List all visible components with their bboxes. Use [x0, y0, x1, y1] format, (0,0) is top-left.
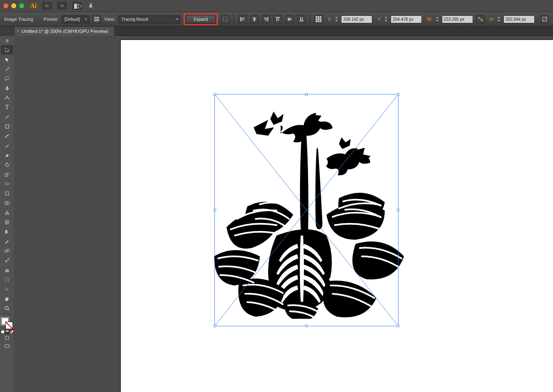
- gpu-indicator-icon[interactable]: [87, 2, 94, 9]
- svg-line-64: [215, 94, 398, 326]
- svg-rect-24: [302, 18, 303, 20]
- svg-rect-5: [94, 20, 99, 21]
- graph-tool[interactable]: [1, 265, 13, 275]
- perspective-tool[interactable]: [1, 208, 13, 217]
- stepper-icon[interactable]: [433, 15, 441, 23]
- eraser-tool[interactable]: [1, 150, 13, 160]
- minimize-window-icon[interactable]: [11, 3, 16, 8]
- svg-point-36: [7, 88, 7, 89]
- draw-mode-icon[interactable]: [1, 334, 13, 342]
- paintbrush-tool[interactable]: [1, 131, 13, 141]
- artboard-tool[interactable]: [1, 275, 13, 284]
- color-mode-gradient[interactable]: [5, 330, 9, 334]
- width-tool[interactable]: [1, 179, 13, 189]
- tab-handle-icon[interactable]: ⋮⋮: [0, 27, 14, 36]
- handle-tc[interactable]: [305, 93, 308, 96]
- gradient-tool[interactable]: [1, 227, 13, 236]
- direct-selection-tool[interactable]: [1, 55, 13, 64]
- h-input[interactable]: 282.044 px: [503, 15, 535, 23]
- svg-rect-31: [316, 20, 317, 22]
- symbol-sprayer-tool[interactable]: [1, 256, 13, 265]
- stepper-icon[interactable]: [495, 15, 503, 23]
- type-tool[interactable]: T: [1, 102, 13, 112]
- separator: [310, 14, 310, 24]
- constrain-angle-icon[interactable]: [541, 15, 549, 23]
- x-input[interactable]: 209.142 px: [341, 15, 372, 23]
- svg-rect-26: [318, 16, 319, 18]
- line-tool[interactable]: [1, 112, 13, 122]
- view-dropdown[interactable]: Tracing Result: [119, 15, 180, 23]
- y-input[interactable]: 204.478 px: [391, 15, 422, 23]
- stroke-swatch-none[interactable]: [5, 322, 13, 329]
- handle-ml[interactable]: [214, 209, 216, 211]
- rotate-tool[interactable]: [1, 160, 13, 169]
- free-transform-tool[interactable]: [1, 189, 13, 198]
- bridge-shortcut[interactable]: Br: [42, 2, 52, 10]
- svg-rect-19: [287, 19, 291, 20]
- color-mode-solid[interactable]: [1, 330, 5, 334]
- curvature-tool[interactable]: [1, 93, 13, 102]
- zoom-tool[interactable]: [1, 303, 13, 313]
- rectangle-tool[interactable]: [1, 122, 13, 131]
- control-options-bar: Image Tracing Preset: [Default] View: Tr…: [0, 12, 553, 27]
- handle-tl[interactable]: [214, 93, 216, 96]
- magic-wand-tool[interactable]: [1, 64, 13, 74]
- link-wh-icon[interactable]: [476, 15, 485, 23]
- stepper-icon[interactable]: [382, 15, 390, 23]
- maximize-window-icon[interactable]: [19, 3, 24, 8]
- svg-rect-50: [5, 230, 9, 233]
- mesh-tool[interactable]: [1, 217, 13, 227]
- handle-br[interactable]: [397, 325, 399, 327]
- stepper-icon[interactable]: [333, 15, 340, 23]
- align-bottom-icon[interactable]: [297, 15, 306, 23]
- svg-rect-40: [5, 174, 7, 176]
- svg-rect-2: [78, 7, 79, 9]
- y-coordinate-group: Y: 204.478 px: [376, 15, 422, 23]
- shape-builder-tool[interactable]: [1, 198, 13, 208]
- handle-bc[interactable]: [305, 325, 308, 327]
- color-mode-none[interactable]: [10, 330, 14, 334]
- fill-stroke-swatch[interactable]: [1, 318, 13, 329]
- slice-tool[interactable]: [1, 284, 13, 294]
- transform-panel-icon[interactable]: [314, 15, 323, 23]
- hand-tool[interactable]: [1, 294, 13, 303]
- handle-mr[interactable]: [397, 209, 399, 211]
- blend-tool[interactable]: [1, 246, 13, 256]
- scale-tool[interactable]: [1, 169, 13, 179]
- w-input[interactable]: 223.285 px: [442, 15, 473, 23]
- selection-bounding-box[interactable]: [214, 94, 399, 326]
- svg-rect-44: [8, 195, 9, 196]
- pencil-tool[interactable]: [1, 141, 13, 150]
- selection-tool[interactable]: [1, 45, 13, 55]
- handle-bl[interactable]: [214, 325, 216, 327]
- panel-grip-icon[interactable]: ≡: [1, 37, 13, 45]
- align-left-icon[interactable]: [238, 15, 247, 23]
- svg-point-55: [8, 258, 9, 259]
- isolate-selected-icon[interactable]: [221, 15, 229, 23]
- screen-mode-icon[interactable]: [1, 342, 13, 350]
- stock-shortcut[interactable]: St: [57, 2, 67, 10]
- svg-rect-11: [253, 18, 256, 19]
- canvas-area[interactable]: [14, 36, 553, 392]
- close-window-icon[interactable]: [3, 3, 8, 8]
- document-tab[interactable]: × Untitled-1* @ 200% (CMYK/GPU Preview): [14, 27, 114, 36]
- arrange-documents-icon[interactable]: [72, 2, 82, 10]
- svg-rect-62: [5, 336, 9, 340]
- svg-rect-21: [290, 18, 291, 20]
- handle-tr[interactable]: [397, 93, 399, 96]
- pen-tool[interactable]: [1, 83, 13, 93]
- eyedropper-tool[interactable]: [1, 236, 13, 246]
- svg-rect-27: [320, 16, 321, 18]
- align-vcenter-icon[interactable]: [285, 15, 294, 23]
- align-top-icon[interactable]: [274, 15, 282, 23]
- align-hcenter-icon[interactable]: [250, 15, 259, 23]
- preset-dropdown[interactable]: [Default]: [62, 15, 89, 23]
- svg-rect-10: [254, 17, 255, 21]
- lasso-tool[interactable]: [1, 74, 13, 83]
- align-right-icon[interactable]: [262, 15, 270, 23]
- close-tab-icon[interactable]: ×: [17, 29, 19, 33]
- tracing-options-icon[interactable]: [92, 15, 101, 23]
- mode-label: Image Tracing: [4, 17, 33, 22]
- svg-rect-22: [299, 20, 304, 21]
- expand-button[interactable]: Expand: [186, 15, 216, 24]
